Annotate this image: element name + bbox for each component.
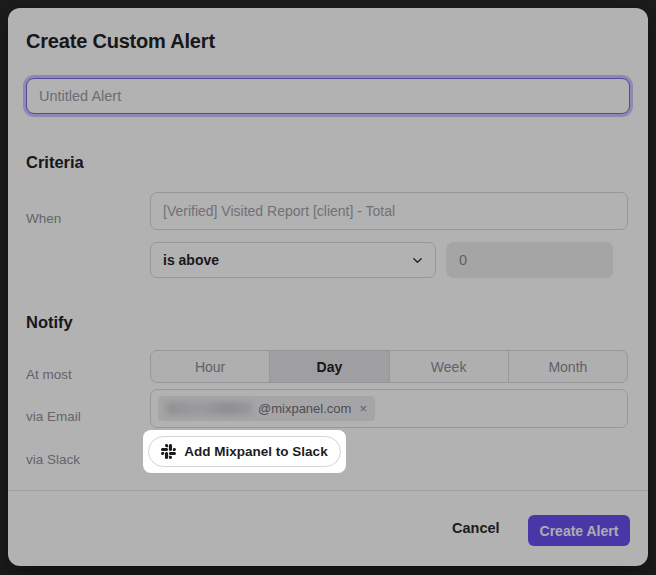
when-metric-value: [Verified] Visited Report [client] - Tot… bbox=[163, 203, 395, 219]
redacted-email-username bbox=[166, 402, 252, 415]
frequency-option-hour[interactable]: Hour bbox=[151, 351, 270, 382]
frequency-option-day[interactable]: Day bbox=[270, 351, 389, 382]
email-chip-domain: @mixpanel.com bbox=[258, 401, 351, 416]
threshold-input[interactable] bbox=[446, 242, 613, 278]
cancel-button[interactable]: Cancel bbox=[452, 520, 500, 536]
email-recipients-field[interactable]: @mixpanel.com × bbox=[150, 389, 628, 428]
at-most-label: At most bbox=[26, 367, 72, 382]
alert-name-input[interactable] bbox=[26, 78, 630, 114]
email-chip: @mixpanel.com × bbox=[158, 396, 375, 421]
via-slack-label: via Slack bbox=[26, 452, 80, 467]
screen: Create Custom Alert Criteria When [Verif… bbox=[0, 0, 656, 575]
slack-logo-icon bbox=[161, 444, 176, 459]
chevron-down-icon bbox=[412, 255, 423, 266]
frequency-segmented-control: Hour Day Week Month bbox=[150, 350, 628, 383]
create-alert-button[interactable]: Create Alert bbox=[528, 515, 630, 546]
notify-heading: Notify bbox=[26, 313, 73, 332]
frequency-option-week[interactable]: Week bbox=[390, 351, 509, 382]
condition-value: is above bbox=[163, 252, 219, 268]
criteria-heading: Criteria bbox=[26, 153, 84, 172]
via-email-label: via Email bbox=[26, 409, 81, 424]
frequency-option-month[interactable]: Month bbox=[509, 351, 627, 382]
slack-button-label: Add Mixpanel to Slack bbox=[184, 444, 327, 459]
footer-divider bbox=[8, 490, 648, 491]
add-mixpanel-to-slack-button[interactable]: Add Mixpanel to Slack bbox=[148, 436, 341, 467]
condition-select[interactable]: is above bbox=[150, 242, 436, 278]
page-title: Create Custom Alert bbox=[26, 30, 215, 53]
slack-button-spotlight: Add Mixpanel to Slack bbox=[143, 430, 346, 473]
close-icon[interactable]: × bbox=[357, 401, 367, 416]
create-custom-alert-modal: Create Custom Alert Criteria When [Verif… bbox=[8, 8, 648, 566]
when-label: When bbox=[26, 211, 61, 226]
when-metric-field[interactable]: [Verified] Visited Report [client] - Tot… bbox=[150, 192, 628, 230]
